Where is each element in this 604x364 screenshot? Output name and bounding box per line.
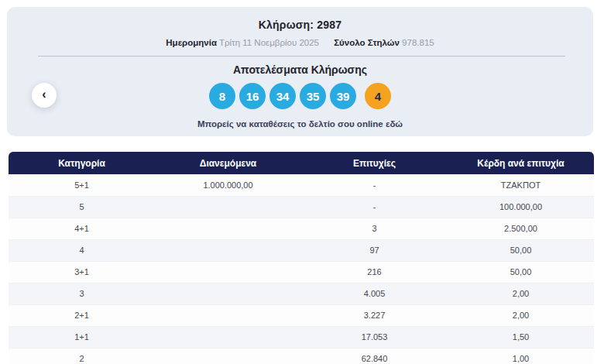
draw-results-panel: Κλήρωση: 2987 Ημερομηνία Τρίτη 11 Νοεμβρ… [7,7,593,136]
table-row: 5+11.000.000,00-ΤΖΑΚΠΟΤ [9,174,594,196]
category-cell: 2 [9,348,155,364]
columns-label: Σύνολο Στηλών [334,38,400,47]
prize-cell: 2.500,00 [448,218,594,239]
date-value: Τρίτη 11 Νοεμβρίου 2025 [219,38,319,47]
table-row: 49750,00 [9,239,594,261]
winning-number-ball: 35 [300,83,326,109]
table-row: 3+121650,00 [9,261,594,283]
prize-cell: 50,00 [448,239,594,261]
distributed-cell: 1.000.000,00 [155,174,301,196]
draw-date: Ημερομηνία Τρίτη 11 Νοεμβρίου 2025 [166,38,319,47]
winning-numbers: 8163435394 [7,83,593,109]
table-row: 34.0052,00 [9,283,594,304]
winners-cell: - [301,174,448,196]
winning-number-ball: 34 [269,83,296,109]
winners-cell: - [301,196,448,218]
winning-number-ball: 39 [330,83,356,109]
prize-cell: ΤΖΑΚΠΟΤ [448,174,594,196]
draw-title: Κλήρωση: 2987 [7,7,593,31]
table-row: 4+132.500,00 [9,218,594,239]
prize-cell: 100.000,00 [448,196,594,218]
chevron-left-icon: ‹ [42,88,46,101]
distributed-cell [155,239,301,261]
column-header-prize: Κέρδη ανά επιτυχία [448,152,594,174]
winners-cell: 17.053 [301,326,448,348]
previous-draw-button[interactable]: ‹ [32,83,57,108]
winners-cell: 4.005 [301,283,448,304]
category-cell: 2+1 [9,304,155,326]
prize-cell: 2,00 [448,283,594,304]
winners-cell: 3.227 [301,304,448,326]
draw-meta: Ημερομηνία Τρίτη 11 Νοεμβρίου 2025 Σύνολ… [7,38,593,47]
prize-cell: 1,00 [448,348,594,364]
column-header-distributed: Διανεμόμενα [155,152,301,174]
panel-divider [38,56,565,57]
prize-cell: 1,50 [448,326,594,348]
distributed-cell [155,326,301,348]
prize-cell: 50,00 [448,261,594,283]
winners-cell: 97 [301,239,448,261]
prize-cell: 2,00 [448,304,594,326]
distributed-cell [155,218,301,239]
winners-cell: 216 [301,261,448,283]
winning-number-ball: 8 [209,83,235,109]
columns-value: 978.815 [402,38,434,47]
table-row: 1+117.0531,50 [9,326,594,348]
bonus-number-ball: 4 [365,83,391,109]
distributed-cell [155,261,301,283]
prize-table: Κατηγορία Διανεμόμενα Επιτυχίες Κέρδη αν… [9,152,594,364]
winners-cell: 62.840 [301,348,448,364]
table-row: 2+13.2272,00 [9,304,594,326]
category-cell: 1+1 [9,326,155,348]
date-label: Ημερομηνία [166,38,217,47]
winners-cell: 3 [301,218,448,239]
winning-number-ball: 16 [239,83,266,109]
category-cell: 3+1 [9,261,155,283]
category-cell: 5+1 [9,174,155,196]
category-cell: 4 [9,239,155,261]
prize-table-container: Κατηγορία Διανεμόμενα Επιτυχίες Κέρδη αν… [9,152,594,364]
table-row: 5-100.000,00 [9,196,594,218]
results-heading: Αποτελέσματα Κλήρωσης [7,64,593,76]
column-header-winners: Επιτυχίες [301,152,448,174]
category-cell: 4+1 [9,218,155,239]
total-columns: Σύνολο Στηλών 978.815 [334,38,434,47]
distributed-cell [155,304,301,326]
column-header-category: Κατηγορία [9,152,155,174]
submit-ticket-online-link[interactable]: Μπορείς να καταθέσεις το δελτίο σου onli… [7,119,593,129]
table-row: 262.8401,00 [9,348,594,364]
distributed-cell [155,283,301,304]
category-cell: 3 [9,283,155,304]
category-cell: 5 [9,196,155,218]
distributed-cell [155,196,301,218]
distributed-cell [155,348,301,364]
table-header-row: Κατηγορία Διανεμόμενα Επιτυχίες Κέρδη αν… [9,152,594,174]
